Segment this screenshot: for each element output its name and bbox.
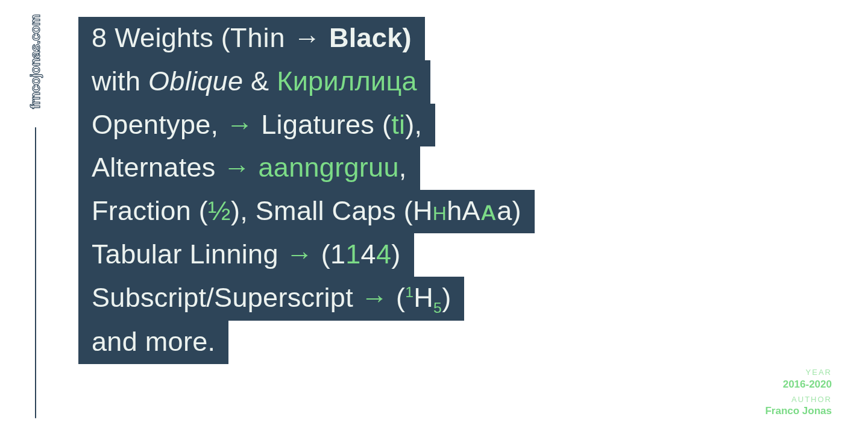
text-black: Black) xyxy=(321,22,412,53)
text-with: with xyxy=(92,66,148,96)
year-value: 2016-2020 xyxy=(765,378,832,392)
text-cyrillic: Кириллица xyxy=(277,66,417,96)
text-alternates-sample: aanngrgruu xyxy=(259,152,399,183)
sidebar: frncojonas.com xyxy=(27,14,45,418)
sidebar-rule xyxy=(35,127,36,418)
text-close: ) xyxy=(391,239,400,269)
arrow-icon: → xyxy=(286,233,313,275)
author-value: Franco Jonas xyxy=(765,404,832,418)
text-smallcap-a: ᴀ xyxy=(480,195,497,226)
text-subscript-5: 5 xyxy=(433,300,442,316)
text-fraction: Fraction ( xyxy=(92,195,208,226)
text-comma: , xyxy=(399,152,407,183)
arrow-icon: → xyxy=(361,277,388,319)
meta-block: YEAR 2016-2020 AUTHOR Franco Jonas xyxy=(765,367,832,421)
text-alternates: Alternates xyxy=(92,152,223,183)
text-opentype: Opentype, xyxy=(92,109,226,140)
specimen-line-1: 8 Weights (Thin → Black) xyxy=(78,17,425,60)
text-a-close: a) xyxy=(497,195,521,226)
year-label: YEAR xyxy=(765,367,832,378)
text-superscript-1: 1 xyxy=(405,284,414,300)
specimen-line-2: with Oblique & Кириллица xyxy=(78,60,430,104)
arrow-icon: → xyxy=(223,146,250,189)
specimen-line-4: Alternates → aanngrgruu, xyxy=(78,146,420,190)
text-and-more: and more. xyxy=(92,326,215,357)
text-tabular-1: 1 xyxy=(345,239,360,269)
text-amp: & xyxy=(243,66,277,96)
author-label: AUTHOR xyxy=(765,394,832,405)
text-close: ) xyxy=(442,282,451,313)
text-smallcaps: ), Small Caps (H xyxy=(231,195,433,226)
specimen-line-3: Opentype, → Ligatures (ti), xyxy=(78,104,435,147)
text-smallcap-h: н xyxy=(433,195,447,226)
specimen-block: 8 Weights (Thin → Black) with Oblique & … xyxy=(78,17,535,364)
text-subsup: Subscript/Superscript xyxy=(92,282,361,313)
text-thin: Thin xyxy=(230,22,294,53)
text-open: ( xyxy=(388,282,405,313)
arrow-icon: → xyxy=(294,17,321,59)
text-H: H xyxy=(414,282,433,313)
text-open: (1 xyxy=(313,239,345,269)
page: frncojonas.com 8 Weights (Thin → Black) … xyxy=(0,0,868,434)
specimen-line-6: Tabular Linning → (1144) xyxy=(78,233,414,277)
text-oblique: Oblique xyxy=(148,66,243,96)
text-ligatures: Ligatures ( xyxy=(253,109,391,140)
text-tabular: Tabular Linning xyxy=(92,239,286,269)
text-ligature-sample: ti xyxy=(391,109,405,140)
text-4: 4 xyxy=(361,239,376,269)
text-paren: ), xyxy=(405,109,422,140)
specimen-line-5: Fraction (½), Small Caps (HнhAᴀa) xyxy=(78,190,535,233)
text-h-a: hA xyxy=(447,195,480,226)
site-link[interactable]: frncojonas.com xyxy=(28,14,43,109)
spacer xyxy=(251,152,259,183)
specimen-line-7: Subscript/Superscript → (1H5) xyxy=(78,277,464,321)
specimen-line-8: and more. xyxy=(78,321,228,364)
text-weights: 8 Weights ( xyxy=(92,22,230,53)
text-tabular-4: 4 xyxy=(376,239,391,269)
text-fraction-sample: ½ xyxy=(208,195,231,226)
arrow-icon: → xyxy=(226,104,253,146)
